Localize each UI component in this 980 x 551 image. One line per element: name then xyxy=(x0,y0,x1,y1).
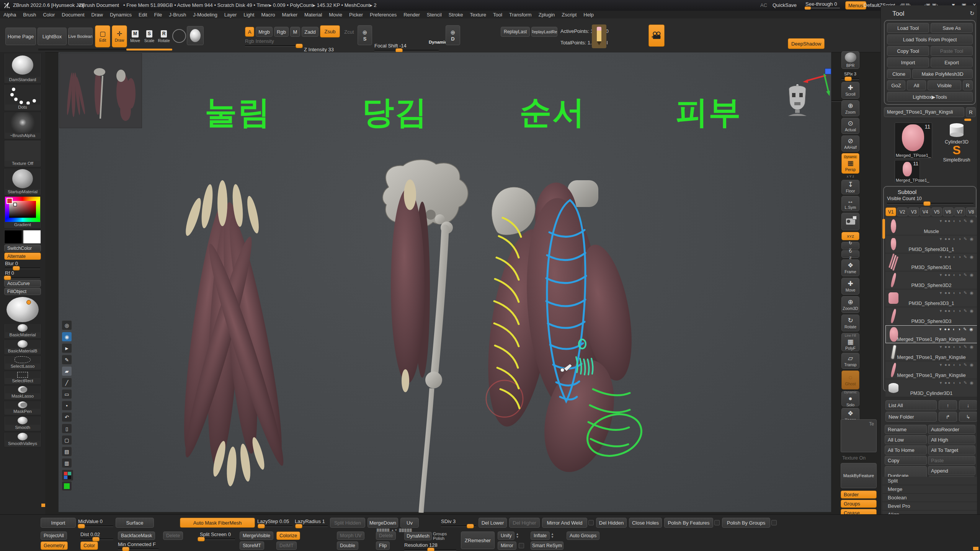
close-holes-button[interactable]: Close Holes xyxy=(629,518,662,528)
subtool-tab-v8[interactable]: V8 xyxy=(966,207,977,216)
pen-button[interactable]: ✎ xyxy=(62,355,72,365)
load-tools-from-project-button[interactable]: Load Tools From Project xyxy=(887,34,973,44)
menu-file[interactable]: File xyxy=(150,12,165,18)
flip-button[interactable]: Flip xyxy=(376,541,390,550)
palette-basicmaterial[interactable]: BasicMaterial xyxy=(4,323,41,339)
subtool-item[interactable]: ▾ ●● ◐ ◑ ✎ ◉Merged_TPose1_Ryan_Kingslie xyxy=(885,343,977,361)
frame-button[interactable]: ❖Frame xyxy=(841,259,859,276)
slider-track[interactable] xyxy=(5,267,40,269)
all-high-button[interactable]: All High xyxy=(928,435,975,444)
quicksave-button[interactable]: QuickSave xyxy=(773,2,797,8)
del-hidden-button[interactable]: Del Hidden xyxy=(596,518,627,528)
undo-button[interactable]: ↶ xyxy=(62,412,72,422)
palette-maskpen[interactable]: MaskPen xyxy=(4,401,41,415)
trash-button[interactable]: ▯ xyxy=(62,424,72,434)
dynamic-label[interactable]: Dynamic xyxy=(429,40,447,44)
tool-thumb-simplebrush[interactable]: S SimpleBrush xyxy=(941,143,972,163)
unify-button[interactable]: Unify xyxy=(498,531,514,540)
split-row[interactable]: Split xyxy=(882,477,977,485)
slider-handle[interactable] xyxy=(467,524,474,528)
slider-midvalue-0[interactable]: MidValue 0 xyxy=(78,518,113,527)
edit-button[interactable]: ▢Edit xyxy=(95,25,110,47)
rotate-button[interactable]: ↻Rotate xyxy=(841,315,859,331)
draw-size-dynamic-button[interactable]: ⊕D xyxy=(446,25,460,45)
slider-spix-3[interactable]: SPix 3 xyxy=(841,71,859,80)
subtool-item-icons[interactable]: ▾ ●● ◐ ◑ ✎ ◉ xyxy=(940,362,974,367)
switchcolor-button[interactable]: SwitchColor xyxy=(4,245,41,252)
gravity-pencil-icon[interactable] xyxy=(592,24,606,48)
slider-track[interactable] xyxy=(404,549,456,551)
goz-visible-button[interactable]: Visible xyxy=(928,80,961,90)
visible-count-slider[interactable]: Visible Count 10 xyxy=(887,196,973,204)
menu-movie[interactable]: Movie xyxy=(325,12,346,18)
palette-button[interactable] xyxy=(62,469,74,481)
option-toggle[interactable] xyxy=(714,520,720,525)
alternate-button[interactable]: Alternate xyxy=(4,253,41,260)
floor-button[interactable]: ↧Floor xyxy=(841,180,859,194)
lightbox-tools-button[interactable]: Lightbox▶Tools xyxy=(887,92,973,102)
slider-handle[interactable] xyxy=(427,548,434,551)
projectall-button[interactable]: ProjectAll xyxy=(41,531,67,540)
bevel-pro-row[interactable]: Bevel Pro xyxy=(882,502,977,510)
subtool-tab-v2[interactable]: V2 xyxy=(897,207,908,216)
replay-last-rel-button[interactable]: ReplayLastRel xyxy=(531,27,557,37)
see-through-handle[interactable] xyxy=(805,7,811,10)
option-toggle[interactable] xyxy=(588,520,594,525)
slider-lazystep-0-05[interactable]: LazyStep 0.05 xyxy=(257,518,292,527)
polish-by-groups-button[interactable]: Polish By Groups xyxy=(722,518,770,528)
all-to-target-button[interactable]: All To Target xyxy=(928,445,975,455)
groups-button[interactable]: Groups xyxy=(841,500,877,508)
slider-track[interactable] xyxy=(78,525,113,527)
subtool-item-icons[interactable]: ▾ ●● ◐ ◑ ✎ ◉ xyxy=(940,380,974,385)
import-button[interactable]: Import xyxy=(41,518,76,528)
subtool-item-icons[interactable]: ▾ ●● ◐ ◑ ✎ ◉ xyxy=(940,236,974,241)
active-tool-r-button[interactable]: R xyxy=(966,107,976,117)
slider-lazyradius-1[interactable]: LazyRadius 1 xyxy=(295,518,328,527)
slider-track[interactable] xyxy=(841,78,859,80)
slider-handle[interactable] xyxy=(122,547,129,551)
smart-resym-button[interactable]: Smart ReSym xyxy=(531,541,564,550)
menu-tool[interactable]: Tool xyxy=(490,12,506,18)
menu-layer[interactable]: Layer xyxy=(221,12,240,18)
menu-render[interactable]: Render xyxy=(400,12,423,18)
menu-j-brush[interactable]: J-Brush xyxy=(165,12,189,18)
zoom-button[interactable]: ⊕Zoom xyxy=(841,100,859,116)
move-out-folder-button[interactable]: ↳ xyxy=(959,412,977,422)
notes-button[interactable]: ▥ xyxy=(62,458,72,468)
see-through-slider[interactable]: See-through 0 xyxy=(805,1,837,7)
move-button[interactable]: M Move xyxy=(129,26,142,47)
lightbox-divider-handle[interactable] xyxy=(126,49,172,51)
subtool-tab-v4[interactable]: V4 xyxy=(920,207,931,216)
current-material-preview[interactable] xyxy=(7,297,39,322)
palette-texture-off[interactable]: Texture Off xyxy=(4,140,41,167)
menu-color[interactable]: Color xyxy=(39,12,58,18)
delete-button[interactable]: Delete xyxy=(163,531,183,540)
palette-smoothvalleys[interactable]: SmoothValleys xyxy=(4,432,41,447)
subtool-item-icons[interactable]: ▾ ●● ◐ ◑ ✎ ◉ xyxy=(940,344,974,349)
goz-button[interactable]: GoZ xyxy=(887,80,905,90)
m-button[interactable]: M xyxy=(290,27,300,37)
palette-startupmaterial[interactable]: StartupMaterial xyxy=(4,168,41,196)
nudge-arrows[interactable]: ▲▼ xyxy=(551,533,554,539)
zremesher-button[interactable]: ZRemesher xyxy=(461,531,495,549)
rotate-button[interactable]: R Rotate xyxy=(157,26,171,47)
persp-button[interactable]: Dynamic▦Persp xyxy=(841,153,859,174)
split-hidden-button[interactable]: Split Hidden xyxy=(330,518,365,528)
menu-transform[interactable]: Transform xyxy=(506,12,535,18)
menu-dynamics[interactable]: Dynamics xyxy=(106,12,135,18)
line-button[interactable]: ╱ xyxy=(62,378,72,388)
texture-preview[interactable]: Te xyxy=(841,419,877,452)
document-canvas[interactable]: 눌림 당김 순서 피부 ◎◉►✎▰╱▭•↶▯▢▤▥ xyxy=(58,52,831,512)
import-button[interactable]: Import xyxy=(887,57,929,67)
pin-button[interactable]: ◎ xyxy=(62,320,72,330)
lightbox-button[interactable]: LightBox xyxy=(38,28,67,45)
see-through-track[interactable] xyxy=(805,8,840,8)
zsub-button[interactable]: Zsub xyxy=(320,25,340,37)
deep-shadow-button[interactable]: DeepShadow xyxy=(788,38,825,49)
all-low-button[interactable]: All Low xyxy=(885,435,927,444)
palette-masklasso[interactable]: MaskLasso xyxy=(4,385,41,400)
menu-light[interactable]: Light xyxy=(240,12,258,18)
mask-by-feature-button[interactable]: MaskByFeature xyxy=(841,463,877,488)
make-polymesh3d-button[interactable]: Make PolyMesh3D xyxy=(912,69,973,79)
surface-button[interactable]: Surface xyxy=(116,518,154,528)
